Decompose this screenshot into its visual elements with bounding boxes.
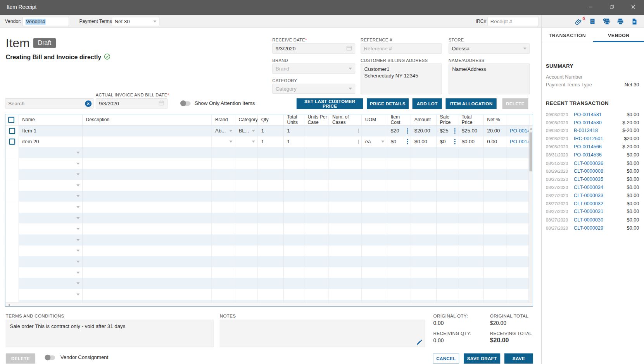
transaction-link[interactable]: CLT-0000008 (574, 168, 627, 174)
dropdown-arrow-icon[interactable] (76, 152, 79, 154)
transaction-link[interactable]: CLT-0000032 (574, 201, 627, 206)
invoice-date-input[interactable]: 9/3/2020 (96, 98, 167, 108)
save-draft-button[interactable]: SAVE DRAFT (464, 353, 500, 363)
table-empty-row[interactable] (5, 278, 533, 289)
receipt-number-input[interactable] (487, 17, 539, 26)
item-allocation-button[interactable]: ITEM ALLOCATION (445, 98, 496, 109)
item-cost-value[interactable]: $20 (390, 128, 399, 134)
dropdown-arrow-icon[interactable] (76, 294, 79, 295)
table-row[interactable]: Item 1Ab...BL...11$20$20.00$25$25.0020.0… (5, 125, 533, 136)
table-empty-row[interactable] (5, 147, 533, 158)
dropdown-arrow-icon[interactable] (76, 261, 79, 263)
row-checkbox[interactable] (9, 139, 15, 145)
search-field[interactable] (8, 101, 85, 106)
document-icon[interactable] (630, 17, 638, 25)
billing-address-field[interactable]: Customer1 Schenectady NY 12345 (361, 64, 442, 94)
attachment-icon[interactable]: 0 (575, 17, 582, 25)
dropdown-arrow-icon[interactable] (76, 228, 79, 230)
table-empty-row[interactable] (5, 256, 533, 267)
table-empty-row[interactable] (5, 234, 533, 245)
qty-value[interactable]: 1 (261, 139, 264, 145)
save-button[interactable]: SAVE (504, 353, 533, 363)
minimize-button[interactable] (580, 0, 601, 15)
table-empty-row[interactable] (5, 223, 533, 234)
transaction-link[interactable]: CLT-0000034 (574, 184, 627, 190)
maximize-restore-button[interactable] (601, 0, 623, 15)
po-link[interactable]: PO-001458 (510, 128, 530, 134)
table-empty-row[interactable] (5, 169, 533, 180)
qty-value[interactable]: 1 (261, 128, 264, 134)
name-address-field[interactable]: Name/Address (449, 64, 530, 94)
row-checkbox[interactable] (9, 128, 15, 134)
dropdown-arrow-icon[interactable] (76, 195, 79, 197)
table-empty-row[interactable] (5, 158, 533, 169)
brand-select[interactable]: Brand (272, 64, 355, 74)
po-link[interactable]: PO-001458 (510, 139, 530, 145)
payment-terms-select[interactable]: Net 30 (112, 17, 159, 26)
add-lot-button[interactable]: ADD LOT (413, 98, 442, 109)
more-options-icon[interactable] (454, 128, 456, 134)
attention-items-toggle[interactable] (181, 101, 190, 106)
dropdown-arrow-icon[interactable] (76, 239, 79, 241)
table-empty-row[interactable] (5, 289, 533, 300)
table-empty-row[interactable] (5, 202, 533, 213)
print-preview-icon[interactable] (603, 17, 610, 25)
vendor-input[interactable]: Vendor4 (22, 17, 69, 26)
dropdown-arrow-icon[interactable] (76, 206, 79, 208)
printer-icon[interactable] (616, 17, 624, 25)
dropdown-arrow-icon[interactable] (76, 217, 79, 219)
dropdown-arrow-icon[interactable] (381, 141, 384, 143)
transaction-link[interactable]: B-0013418 (574, 128, 622, 134)
more-options-icon[interactable] (454, 139, 456, 144)
sale-price-value[interactable]: $0 (440, 139, 446, 145)
sale-price-value[interactable]: $25 (440, 128, 449, 134)
table-row[interactable]: item 2011ea$0$0.00$0$0.000.00PO-001458 (5, 136, 533, 147)
search-input[interactable] (5, 98, 94, 108)
transaction-link[interactable]: CLT-0000035 (574, 176, 627, 182)
transaction-link[interactable]: CLT-0000031 (574, 209, 627, 215)
more-options-icon[interactable] (407, 128, 408, 134)
transaction-link[interactable]: PO-0014580 (574, 120, 622, 125)
dropdown-arrow-icon[interactable] (229, 141, 232, 143)
terms-field[interactable]: Sale order This is contract only - void … (6, 320, 214, 347)
reference-input[interactable]: Reference # (361, 43, 442, 53)
notes-field[interactable] (220, 320, 425, 347)
more-options-icon[interactable] (358, 129, 359, 133)
transaction-link[interactable]: CLT-0000030 (574, 217, 627, 223)
vendor-consignment-toggle[interactable] (45, 355, 55, 360)
category-select[interactable]: Category (272, 84, 355, 94)
transaction-link[interactable]: PO-0014581 (574, 112, 627, 117)
tab-vendor[interactable]: VENDOR (593, 29, 644, 42)
dropdown-arrow-icon[interactable] (76, 282, 79, 284)
delete-rows-button[interactable]: DELETE (502, 98, 528, 109)
dropdown-arrow-icon[interactable] (76, 173, 79, 175)
receive-date-input[interactable]: 9/3/2020 (272, 43, 355, 53)
dropdown-arrow-icon[interactable] (76, 163, 79, 165)
transaction-link[interactable]: CLT-0000036 (574, 160, 627, 166)
cancel-button[interactable]: CANCEL (433, 353, 459, 363)
receipt-icon[interactable] (589, 17, 596, 25)
edit-notes-icon[interactable] (416, 339, 422, 346)
table-horizontal-scrollbar[interactable] (5, 302, 533, 306)
dropdown-arrow-icon[interactable] (229, 130, 232, 132)
tab-transaction[interactable]: TRANSACTION (542, 29, 593, 42)
table-vertical-scrollbar[interactable] (528, 126, 533, 302)
select-all-checkbox[interactable] (8, 117, 14, 123)
table-empty-row[interactable] (5, 213, 533, 223)
set-last-customer-price-button[interactable]: SET LAST CUSTOMER PRICE (297, 98, 363, 109)
table-empty-row[interactable] (5, 246, 533, 256)
transaction-link[interactable]: PO-0014566 (574, 144, 622, 150)
table-empty-row[interactable] (5, 267, 533, 278)
item-cost-value[interactable]: $0 (390, 139, 396, 145)
table-empty-row[interactable] (5, 300, 533, 302)
transaction-link[interactable]: IRC-0012501 (574, 136, 624, 142)
more-options-icon[interactable] (407, 139, 408, 144)
delete-receipt-button[interactable]: DELETE (6, 353, 35, 363)
dropdown-arrow-icon[interactable] (76, 250, 79, 252)
close-button[interactable] (623, 0, 644, 15)
table-empty-row[interactable] (5, 180, 533, 191)
dropdown-arrow-icon[interactable] (76, 271, 79, 273)
transaction-link[interactable]: CLT-0000033 (574, 192, 627, 198)
clear-search-icon[interactable] (85, 100, 92, 107)
transaction-link[interactable]: PO-0014536 (574, 152, 627, 158)
